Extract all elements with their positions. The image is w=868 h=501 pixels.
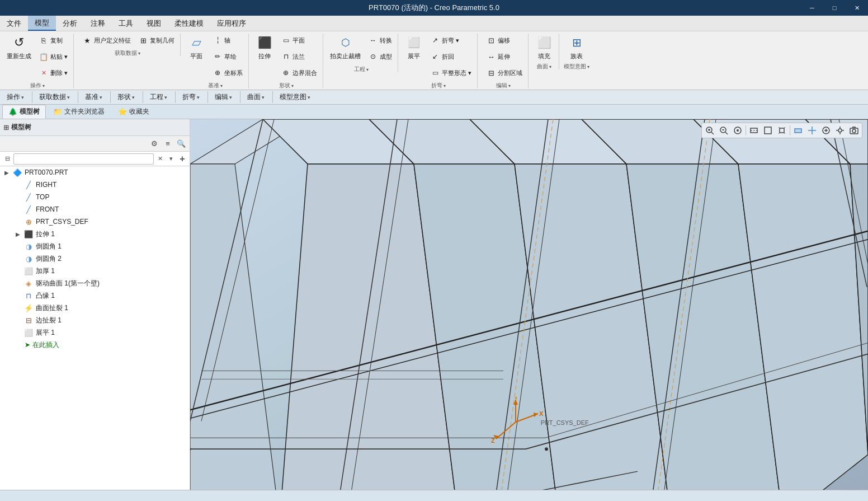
vp-perspective-btn[interactable] — [775, 124, 789, 137]
btn-boundary-blend[interactable]: ⊕ 边界混合 — [277, 65, 319, 81]
minimize-button[interactable]: ─ — [801, 0, 823, 16]
group-label-operations[interactable]: 操作▾ — [30, 82, 45, 90]
tree-item-front[interactable]: ╱ FRONT — [0, 203, 190, 216]
menu-flexible[interactable]: 柔性建模 — [168, 16, 210, 31]
group-label-data[interactable]: 获取数据▾ — [115, 49, 140, 57]
mt-columns-btn[interactable]: ≡ — [162, 138, 174, 150]
statusbar — [0, 490, 868, 501]
btn-flat-form[interactable]: ▭ 平整形态 ▾ — [426, 65, 474, 81]
tb2-surface[interactable]: 曲面▾ — [243, 91, 269, 103]
tree-item-round2[interactable]: ◑ 倒圆角 2 — [0, 252, 190, 265]
menu-analysis[interactable]: 分析 — [56, 16, 84, 31]
tb2-datum[interactable]: 基准▾ — [81, 91, 107, 103]
btn-sketch-datum[interactable]: ✏ 草绘 — [209, 49, 245, 64]
tb2-data[interactable]: 获取数据▾ — [35, 91, 74, 103]
menu-model[interactable]: 模型 — [28, 16, 56, 31]
menu-annotation[interactable]: 注释 — [84, 16, 112, 31]
vp-zoom-out-btn[interactable] — [717, 124, 730, 137]
group-label-datum[interactable]: 基准▾ — [208, 82, 223, 90]
tree-item-root[interactable]: ▶ 🔷 PRT0070.PRT — [0, 166, 190, 179]
vp-add-btn[interactable] — [819, 124, 833, 137]
vp-fit-btn[interactable] — [731, 124, 744, 137]
tb2-shape[interactable]: 形状▾ — [113, 91, 139, 103]
vp-settings-btn[interactable] — [833, 124, 847, 137]
group-label-shape[interactable]: 形状▾ — [279, 82, 294, 90]
tree-item-flat1[interactable]: ⬜ 展平 1 — [0, 326, 190, 339]
tb2-edit[interactable]: 编辑▾ — [210, 91, 237, 103]
tree-item-top[interactable]: ╱ TOP — [0, 191, 190, 203]
tab-folder-browser[interactable]: 📁 文件夹浏览器 — [47, 105, 111, 119]
btn-extrude[interactable]: ⬛ 拉伸 — [253, 32, 276, 62]
vp-datum-planes-btn[interactable] — [791, 124, 805, 137]
menu-tools[interactable]: 工具 — [112, 16, 140, 31]
group-label-surface[interactable]: 曲面▾ — [537, 63, 551, 71]
vp-zoom-in-btn[interactable] — [703, 124, 716, 137]
btn-flange[interactable]: ⊓ 法兰 — [277, 49, 319, 64]
tree-item-csys[interactable]: ⊕ PRT_CSYS_DEF — [0, 216, 190, 228]
tree-item-crack1[interactable]: ⚡ 曲面扯裂 1 — [0, 302, 190, 314]
search-dropdown-btn[interactable]: ▾ — [166, 154, 176, 164]
tree-item-insert[interactable]: ➤ 在此插入 — [0, 339, 190, 351]
add-item-btn[interactable]: + — [177, 154, 187, 164]
btn-notch[interactable]: ⬡ 拍卖止裁槽 — [328, 32, 363, 62]
vp-clip-btn[interactable] — [747, 124, 761, 137]
clear-search-btn[interactable]: ✕ — [155, 154, 165, 164]
tree-item-right[interactable]: ╱ RIGHT — [0, 179, 190, 191]
ribbon-group-data: ★ 用户定义特征 ⊞ 复制几何 获取数据▾ — [76, 32, 182, 57]
tb2-model-intent[interactable]: 模型意图▾ — [275, 91, 315, 103]
btn-fold-back[interactable]: ↙ 折回 — [426, 49, 474, 64]
btn-delete[interactable]: ✕ 删除 ▾ — [35, 65, 70, 81]
btn-convert[interactable]: ↔ 转换 — [364, 32, 394, 48]
tab-model-tree[interactable]: 🌲 模型树 — [2, 105, 46, 119]
group-label-edit[interactable]: 编辑▾ — [496, 82, 511, 90]
btn-bend[interactable]: ↗ 折弯 ▾ — [426, 32, 474, 48]
axis-icon: ╎ — [211, 34, 224, 47]
btn-flat-shape[interactable]: ▭ 平面 — [277, 32, 319, 48]
viewport[interactable]: X Y Z PRT_CSYS_DEF — [190, 119, 868, 501]
vp-display-style-btn[interactable] — [761, 124, 775, 137]
ribbon-group-engineering: ⬡ 拍卖止裁槽 ↔ 转换 ⊙ 成型 工 — [326, 32, 399, 73]
btn-offset[interactable]: ⊡ 偏移 — [482, 32, 525, 48]
btn-copy-geo[interactable]: ⊞ 复制几何 — [134, 32, 177, 48]
btn-flatten[interactable]: ⬜ 展平 — [403, 32, 425, 62]
btn-axis[interactable]: ╎ 轴 — [209, 32, 245, 48]
btn-regenerate[interactable]: ↺ 重新生成 — [4, 32, 34, 62]
tree-item-edge1[interactable]: ⊟ 边扯裂 1 — [0, 314, 190, 326]
tab-favorites[interactable]: ⭐ 收藏夹 — [112, 105, 155, 119]
tree-item-round1[interactable]: ◑ 倒圆角 1 — [0, 240, 190, 252]
group-label-model-intent[interactable]: 模型意图▾ — [564, 63, 589, 71]
btn-plane[interactable]: ▱ 平面 — [185, 32, 207, 62]
right-plane-icon: ╱ — [23, 180, 34, 190]
tree-item-emboss1[interactable]: ⊓ 凸缘 1 — [0, 289, 190, 302]
btn-split-area[interactable]: ⊟ 分割区域 — [482, 65, 525, 81]
model-tree-toolbar: ⚙ ≡ 🔍 — [0, 136, 190, 152]
btn-csys[interactable]: ⊕ 坐标系 — [209, 65, 245, 81]
group-label-engineering[interactable]: 工程▾ — [354, 65, 369, 73]
btn-family-table[interactable]: ⊞ 族表 — [565, 32, 588, 62]
menu-apps[interactable]: 应用程序 — [210, 16, 253, 31]
filter-icon[interactable]: ⊟ — [2, 154, 12, 164]
vp-datum-axes-btn[interactable] — [805, 124, 819, 137]
menu-view[interactable]: 视图 — [140, 16, 168, 31]
menu-file[interactable]: 文件 — [0, 16, 28, 31]
btn-fill[interactable]: ⬜ 填充 — [533, 32, 555, 62]
close-button[interactable]: ✕ — [846, 0, 868, 16]
group-label-bend[interactable]: 折弯▾ — [431, 82, 446, 90]
mt-settings-btn[interactable]: ⚙ — [148, 138, 161, 150]
tree-item-extrude1[interactable]: ▶ ⬛ 拉伸 1 — [0, 228, 190, 240]
tree-item-drive1[interactable]: ◈ 驱动曲面 1(第一个壁) — [0, 277, 190, 289]
search-input[interactable] — [13, 153, 154, 165]
vp-camera-btn[interactable] — [847, 124, 861, 137]
btn-extend[interactable]: ↔ 延伸 — [482, 49, 525, 64]
tb2-bend[interactable]: 折弯▾ — [178, 91, 204, 103]
btn-form[interactable]: ⊙ 成型 — [364, 49, 394, 64]
btn-copy[interactable]: ⎘ 复制 — [35, 32, 70, 48]
tb2-operations[interactable]: 操作▾ — [2, 91, 29, 103]
btn-user-feature[interactable]: ★ 用户定义特征 — [78, 32, 133, 48]
tree-item-thicken1[interactable]: ⬜ 加厚 1 — [0, 265, 190, 277]
maximize-button[interactable]: □ — [823, 0, 846, 16]
btn-paste[interactable]: 📋 粘贴 ▾ — [35, 49, 70, 64]
tb2-engineering[interactable]: 工程▾ — [145, 91, 172, 103]
mt-search-advanced-btn[interactable]: 🔍 — [175, 138, 187, 150]
round2-icon: ◑ — [23, 254, 34, 264]
